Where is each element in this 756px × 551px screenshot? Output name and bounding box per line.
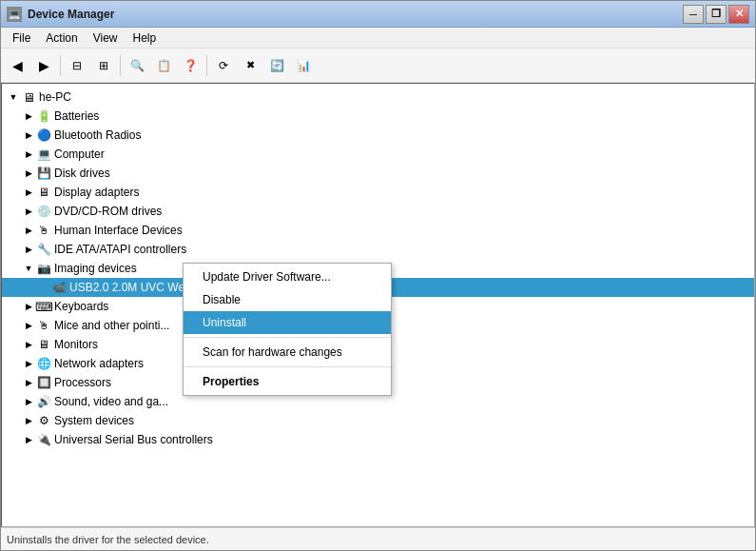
label-hid: Human Interface Devices: [54, 224, 183, 237]
expand-computer[interactable]: ▶: [21, 147, 36, 162]
icon-mice: [36, 318, 51, 333]
tree-item-batteries[interactable]: ▶ Batteries: [2, 107, 754, 126]
expand-network[interactable]: ▶: [21, 356, 36, 371]
tree-item-hid[interactable]: ▶ Human Interface Devices: [2, 221, 754, 240]
expand-ide[interactable]: ▶: [21, 242, 36, 257]
uninstall-button[interactable]: ✖: [238, 53, 262, 78]
label-disk: Disk drives: [54, 167, 110, 180]
back-button[interactable]: ◀: [5, 53, 29, 78]
close-button[interactable]: ✕: [728, 5, 749, 24]
menu-view[interactable]: View: [86, 30, 126, 47]
status-bar: Uninstalls the driver for the selected d…: [1, 527, 755, 550]
tree-item-dvd[interactable]: ▶ DVD/CD-ROM drives: [2, 202, 754, 221]
tree-item-root[interactable]: ▼ he-PC: [2, 88, 754, 107]
tree-item-ide[interactable]: ▶ IDE ATA/ATAPI controllers: [2, 240, 754, 259]
label-display: Display adapters: [54, 186, 139, 199]
expand-root[interactable]: ▼: [6, 89, 21, 105]
ctx-properties[interactable]: Properties: [184, 370, 391, 393]
update-driver-button[interactable]: ⟳: [211, 53, 236, 78]
search-button[interactable]: 🔍: [125, 53, 149, 78]
label-dvd: DVD/CD-ROM drives: [54, 205, 162, 218]
label-network: Network adapters: [54, 357, 144, 370]
menu-action[interactable]: Action: [38, 30, 85, 47]
toolbar: ◀ ▶ ⊟ ⊞ 🔍 📋 ❓ ⟳ ✖ 🔄 📊: [1, 49, 755, 83]
scan-hardware-button[interactable]: 🔄: [264, 53, 289, 78]
device-tree[interactable]: ▼ he-PC ▶ Batteries ▶ 🔵 Bluetooth Radios: [1, 83, 755, 527]
ctx-update-driver[interactable]: Update Driver Software...: [184, 266, 391, 288]
label-sound: Sound, video and ga...: [54, 395, 168, 408]
label-usb: Universal Serial Bus controllers: [54, 433, 213, 446]
minimize-button[interactable]: ─: [683, 5, 704, 24]
label-keyboards: Keyboards: [54, 300, 108, 313]
menu-bar: File Action View Help: [1, 28, 755, 49]
icon-keyboards: [36, 299, 51, 314]
window-icon: 💻: [7, 7, 22, 22]
forward-button[interactable]: ▶: [31, 53, 56, 78]
label-ide: IDE ATA/ATAPI controllers: [54, 243, 186, 256]
label-batteries: Batteries: [54, 109, 99, 123]
icon-ide: [36, 242, 51, 257]
icon-sound: [36, 394, 51, 409]
window-title: Device Manager: [28, 8, 683, 21]
restore-button[interactable]: ❒: [706, 5, 727, 24]
ctx-uninstall[interactable]: Uninstall: [184, 311, 391, 334]
icon-display: [36, 185, 51, 200]
icon-bluetooth: 🔵: [36, 128, 51, 143]
properties-button[interactable]: 📋: [151, 53, 176, 78]
tree-item-disk[interactable]: ▶ Disk drives: [2, 164, 754, 183]
icon-hid: [36, 223, 51, 238]
expand-imaging[interactable]: ▼: [21, 261, 36, 276]
label-bluetooth: Bluetooth Radios: [54, 128, 141, 142]
icon-processors: [36, 375, 51, 390]
title-bar-buttons: ─ ❒ ✕: [683, 5, 749, 24]
label-imaging: Imaging devices: [54, 262, 137, 275]
ctx-scan-hardware[interactable]: Scan for hardware changes: [184, 341, 391, 364]
status-text: Uninstalls the driver for the selected d…: [7, 534, 209, 545]
tree-item-usb[interactable]: ▶ Universal Serial Bus controllers: [2, 430, 754, 449]
label-mice: Mice and other pointi...: [54, 319, 169, 332]
icon-network: [36, 356, 51, 371]
menu-help[interactable]: Help: [126, 30, 165, 47]
expand-dvd[interactable]: ▶: [21, 204, 36, 219]
expand-display[interactable]: ▶: [21, 185, 36, 200]
icon-batteries: [36, 108, 51, 124]
resources-button[interactable]: 📊: [291, 53, 316, 78]
context-menu: Update Driver Software... Disable Uninst…: [183, 263, 392, 396]
toolbar-sep-3: [206, 55, 207, 76]
expand-sound[interactable]: ▶: [21, 394, 36, 409]
show-hidden-button[interactable]: ⊞: [91, 53, 116, 78]
expand-disk[interactable]: ▶: [21, 166, 36, 181]
up-button[interactable]: ⊟: [65, 53, 89, 78]
expand-hid[interactable]: ▶: [21, 223, 36, 238]
tree-item-computer[interactable]: ▶ Computer: [2, 145, 754, 164]
tree-item-system[interactable]: ▶ System devices: [2, 411, 754, 430]
label-root: he-PC: [39, 90, 71, 104]
icon-system: [36, 413, 51, 428]
expand-mice[interactable]: ▶: [21, 318, 36, 333]
label-computer: Computer: [54, 148, 105, 161]
expand-system[interactable]: ▶: [21, 413, 36, 428]
expand-monitors[interactable]: ▶: [21, 337, 36, 352]
help-button[interactable]: ❓: [178, 53, 203, 78]
ctx-disable[interactable]: Disable: [184, 288, 391, 311]
device-manager-window: 💻 Device Manager ─ ❒ ✕ File Action View …: [0, 0, 756, 551]
expand-batteries[interactable]: ▶: [21, 108, 36, 124]
icon-usb: [36, 432, 51, 447]
expand-bluetooth[interactable]: ▶: [21, 128, 36, 143]
icon-dvd: [36, 204, 51, 219]
icon-computer: [36, 147, 51, 162]
main-content: ▼ he-PC ▶ Batteries ▶ 🔵 Bluetooth Radios: [1, 83, 755, 527]
tree-item-bluetooth[interactable]: ▶ 🔵 Bluetooth Radios: [2, 126, 754, 145]
icon-disk: [36, 166, 51, 181]
icon-root: [21, 89, 36, 105]
label-system: System devices: [54, 414, 134, 427]
expand-processors[interactable]: ▶: [21, 375, 36, 390]
menu-file[interactable]: File: [5, 30, 38, 47]
expand-usb[interactable]: ▶: [21, 432, 36, 447]
title-bar: 💻 Device Manager ─ ❒ ✕: [1, 1, 755, 28]
toolbar-sep-1: [60, 55, 61, 76]
label-monitors: Monitors: [54, 338, 98, 351]
tree-item-display[interactable]: ▶ Display adapters: [2, 183, 754, 202]
icon-monitors: [36, 337, 51, 352]
toolbar-sep-2: [120, 55, 121, 76]
